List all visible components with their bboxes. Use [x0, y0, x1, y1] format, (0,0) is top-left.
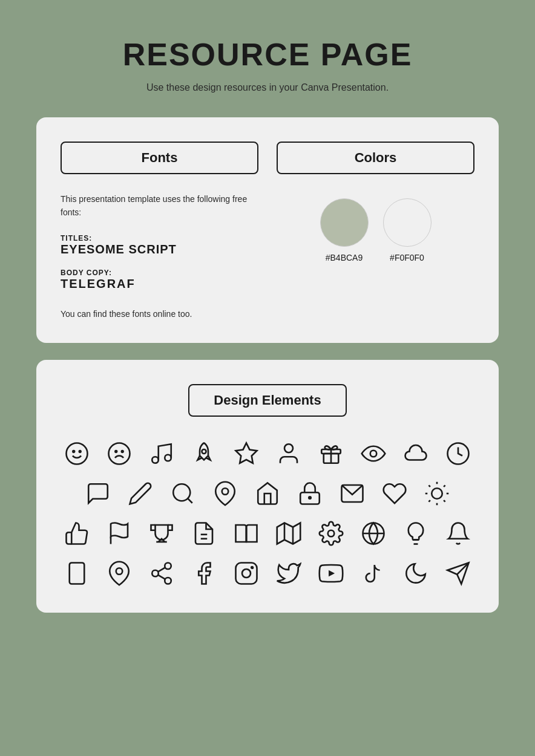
- svg-point-13: [370, 451, 377, 457]
- color-swatch-2: #F0F0F0: [383, 198, 432, 262]
- svg-point-1: [73, 451, 74, 452]
- design-elements-header: Design Elements: [188, 384, 346, 417]
- color-hex-2: #F0F0F0: [390, 253, 424, 262]
- globe-icon: [358, 518, 389, 549]
- sad-face-icon: [104, 438, 134, 469]
- icons-row-3: [62, 518, 473, 549]
- fonts-footer: You can find these fonts online too.: [61, 309, 258, 319]
- smiley-icon: [62, 438, 92, 469]
- facebook-icon: [189, 558, 219, 588]
- megaphone-icon: [443, 558, 473, 588]
- rocket-icon: [189, 438, 219, 469]
- color-circle-2: [383, 198, 432, 247]
- book-icon: [231, 518, 261, 549]
- fonts-colors-card: Fonts This presentation template uses th…: [36, 117, 499, 343]
- svg-point-17: [222, 488, 229, 495]
- search-icon: [168, 478, 198, 509]
- svg-point-10: [284, 444, 293, 452]
- twitter-icon: [274, 558, 304, 588]
- title-font-block: TITLES: EYESOME SCRIPT: [61, 234, 258, 269]
- gear-icon: [316, 518, 346, 549]
- color-swatch-1: #B4BCA9: [320, 198, 369, 262]
- mobile-icon: [62, 558, 92, 588]
- body-font-block: BODY COPY: TELEGRAF: [61, 269, 258, 291]
- chat-bubble-icon: [83, 478, 113, 509]
- svg-point-37: [328, 530, 335, 537]
- fonts-header: Fonts: [61, 142, 258, 174]
- color-circle-1: [320, 198, 369, 247]
- svg-point-0: [67, 443, 88, 464]
- page-subtitle: Use these design resources in your Canva…: [146, 82, 389, 93]
- colors-section: Colors #B4BCA9 #F0F0F0: [277, 142, 474, 319]
- tiktok-icon: [358, 558, 389, 588]
- svg-point-49: [242, 569, 251, 578]
- trophy-icon: [146, 518, 177, 549]
- svg-point-43: [165, 562, 171, 569]
- envelope-icon: [337, 478, 367, 509]
- fonts-section: Fonts This presentation template uses th…: [61, 142, 258, 319]
- design-elements-card: Design Elements: [36, 360, 499, 613]
- music-notes-icon: [146, 438, 177, 469]
- svg-point-7: [165, 455, 171, 461]
- svg-point-2: [79, 451, 81, 452]
- svg-point-42: [116, 568, 123, 575]
- fonts-description: This presentation template uses the foll…: [61, 192, 258, 220]
- lightbulb-icon: [401, 518, 431, 549]
- flag-icon: [104, 518, 134, 549]
- svg-point-8: [202, 449, 206, 454]
- youtube-icon: [316, 558, 346, 588]
- svg-point-50: [251, 567, 253, 569]
- thumbs-up-icon: [62, 518, 92, 549]
- svg-line-29: [444, 485, 445, 486]
- svg-marker-9: [236, 443, 257, 463]
- svg-point-45: [165, 578, 171, 584]
- color-swatches: #B4BCA9 #F0F0F0: [277, 198, 474, 262]
- svg-point-21: [432, 488, 442, 499]
- svg-point-5: [122, 451, 123, 452]
- star-icon: [231, 438, 261, 469]
- svg-line-47: [158, 567, 165, 572]
- bell-icon: [443, 518, 473, 549]
- pin-icon: [210, 478, 240, 509]
- icons-grid: [61, 438, 474, 588]
- svg-point-3: [109, 443, 130, 464]
- location-icon: [104, 558, 134, 588]
- cloud-icon: [401, 438, 431, 469]
- svg-line-25: [444, 500, 445, 501]
- svg-line-28: [428, 500, 430, 501]
- color-hex-1: #B4BCA9: [326, 253, 363, 262]
- svg-marker-34: [277, 523, 301, 544]
- person-icon: [274, 438, 304, 469]
- svg-marker-51: [329, 570, 335, 576]
- lock-icon: [295, 478, 325, 509]
- svg-rect-40: [70, 562, 85, 584]
- body-font-label: BODY COPY:: [61, 269, 258, 277]
- svg-line-46: [158, 575, 165, 579]
- icons-row-1: [62, 438, 473, 469]
- pencil-icon: [125, 478, 156, 509]
- svg-point-19: [309, 497, 311, 499]
- svg-point-15: [173, 484, 190, 501]
- title-font-name: EYESOME SCRIPT: [61, 243, 258, 256]
- svg-point-4: [115, 451, 117, 452]
- clock-icon: [443, 438, 473, 469]
- moon-icon: [401, 558, 431, 588]
- icons-row-2: [83, 478, 452, 509]
- title-font-label: TITLES:: [61, 234, 258, 243]
- svg-point-44: [152, 570, 159, 577]
- gift-icon: [316, 438, 346, 469]
- svg-point-6: [152, 457, 159, 463]
- eye-icon: [358, 438, 389, 469]
- instagram-icon: [231, 558, 261, 588]
- heart-icon: [379, 478, 410, 509]
- share-icon: [146, 558, 177, 588]
- svg-line-16: [188, 498, 192, 503]
- colors-header: Colors: [277, 142, 474, 174]
- body-font-name: TELEGRAF: [61, 277, 258, 291]
- sun-icon: [422, 478, 452, 509]
- svg-line-24: [428, 485, 430, 486]
- svg-rect-48: [236, 562, 257, 584]
- document-icon: [189, 518, 219, 549]
- house-icon: [252, 478, 283, 509]
- map-icon: [274, 518, 304, 549]
